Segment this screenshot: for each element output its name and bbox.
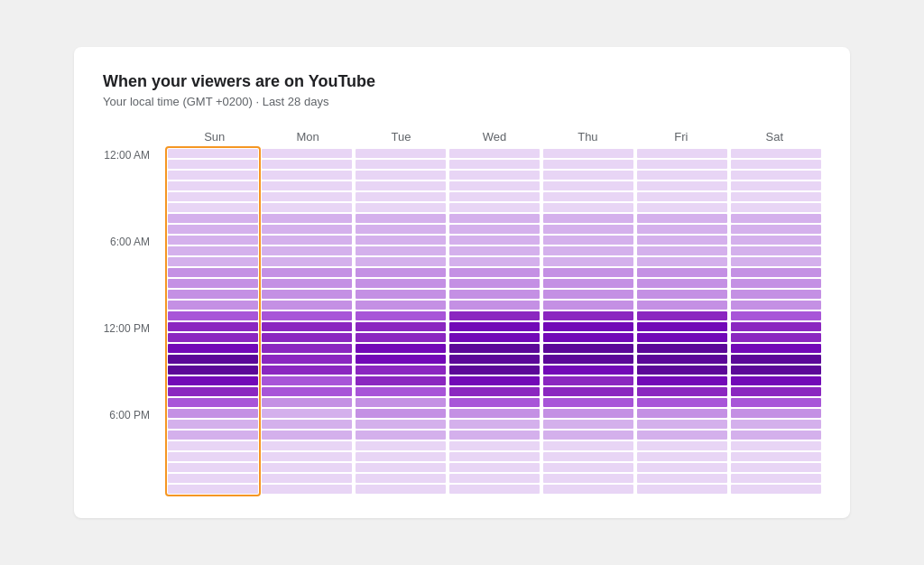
cell	[168, 474, 258, 483]
cell	[356, 366, 446, 375]
cell	[168, 236, 258, 245]
cell	[637, 344, 727, 353]
cell	[543, 474, 633, 483]
cell	[637, 214, 727, 223]
chart-container: 12:00 AM6:00 AM12:00 PM6:00 PM SunMonTue…	[103, 130, 821, 500]
cell	[168, 171, 258, 180]
cell	[637, 203, 727, 212]
cell	[543, 333, 633, 342]
cell	[449, 441, 540, 450]
cell	[356, 398, 446, 407]
cell	[449, 409, 540, 418]
cell	[168, 485, 258, 494]
cell	[449, 322, 540, 331]
cell	[262, 474, 352, 483]
day-header-fri: Fri	[634, 130, 727, 144]
cell	[262, 366, 352, 375]
cell	[637, 366, 727, 375]
cell	[356, 463, 446, 472]
cell	[543, 301, 633, 310]
cell	[637, 149, 727, 158]
cell	[449, 366, 540, 375]
cell	[168, 203, 258, 212]
cell	[356, 387, 446, 396]
cell	[449, 203, 540, 212]
cell	[543, 181, 633, 190]
cell	[449, 181, 540, 190]
cell	[168, 192, 258, 201]
cell	[449, 311, 540, 320]
day-col-thu	[543, 149, 633, 494]
cell	[262, 420, 352, 429]
cell	[543, 149, 633, 158]
day-headers: SunMonTueWedThuFriSat	[168, 130, 821, 144]
cell	[543, 366, 633, 375]
cell	[356, 225, 446, 234]
cell	[543, 463, 633, 472]
cell	[731, 290, 821, 299]
cell	[543, 420, 633, 429]
cell	[449, 290, 540, 299]
day-col-sun	[168, 149, 258, 494]
cell	[262, 398, 352, 407]
cell	[731, 149, 821, 158]
cell	[449, 452, 540, 461]
cell	[731, 225, 821, 234]
day-col-wed	[449, 149, 540, 494]
cell	[356, 181, 446, 190]
cell	[543, 441, 633, 450]
cell	[356, 290, 446, 299]
cell	[731, 333, 821, 342]
cell	[731, 236, 821, 245]
cell	[356, 431, 446, 440]
cell	[262, 333, 352, 342]
cell	[731, 452, 821, 461]
cell	[262, 452, 352, 461]
cell	[356, 409, 446, 418]
cell	[449, 160, 540, 169]
cell	[543, 268, 633, 277]
cell	[731, 279, 821, 288]
cell	[637, 192, 727, 201]
cell	[168, 344, 258, 353]
cell	[449, 431, 540, 440]
cell	[356, 192, 446, 201]
cell	[168, 398, 258, 407]
cell	[449, 387, 540, 396]
cell	[262, 214, 352, 223]
cell	[262, 387, 352, 396]
grid-area: SunMonTueWedThuFriSat	[168, 130, 821, 500]
cell	[449, 279, 540, 288]
cell	[637, 160, 727, 169]
cell	[543, 236, 633, 245]
cell	[637, 322, 727, 331]
cell	[731, 301, 821, 310]
cell	[449, 463, 540, 472]
cell	[543, 192, 633, 201]
cell	[637, 474, 727, 483]
cell	[356, 236, 446, 245]
card-subtitle: Your local time (GMT +0200) · Last 28 da…	[103, 95, 821, 108]
cell	[543, 322, 633, 331]
day-header-wed: Wed	[448, 130, 541, 144]
cell	[637, 290, 727, 299]
cell	[356, 311, 446, 320]
cell	[168, 290, 258, 299]
cell	[168, 441, 258, 450]
cell	[637, 431, 727, 440]
cell	[356, 268, 446, 277]
cell	[637, 301, 727, 310]
day-col-tue	[356, 149, 446, 494]
cell	[168, 355, 258, 364]
cell	[731, 485, 821, 494]
cell	[449, 420, 540, 429]
cell	[449, 333, 540, 342]
day-header-sun: Sun	[168, 130, 261, 144]
cell	[449, 344, 540, 353]
cell	[262, 246, 352, 255]
cell	[637, 279, 727, 288]
cell	[356, 246, 446, 255]
cell	[731, 463, 821, 472]
cell	[168, 301, 258, 310]
day-col-fri	[637, 149, 727, 494]
